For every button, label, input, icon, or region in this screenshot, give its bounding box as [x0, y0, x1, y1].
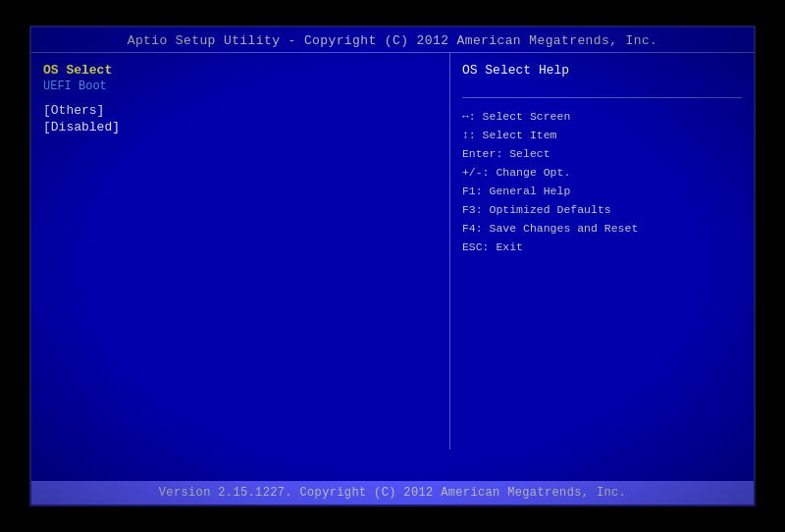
- version-text: Version 2.15.1227. Copyright (C) 2012 Am…: [159, 486, 626, 500]
- key-hint-1: ↕: Select Item: [462, 127, 742, 145]
- key-help: ↔: Select Screen↕: Select ItemEnter: Sel…: [462, 108, 742, 257]
- others-value[interactable]: [Others]: [43, 103, 438, 118]
- key-hint-6: F4: Save Changes and Reset: [462, 220, 742, 239]
- key-hint-4: F1: General Help: [462, 183, 742, 201]
- bottom-bar: Version 2.15.1227. Copyright (C) 2012 Am…: [31, 481, 754, 505]
- os-select-label: OS Select: [43, 63, 438, 78]
- uefi-boot-label: UEFI Boot: [43, 80, 438, 93]
- bios-screen: Aptio Setup Utility - Copyright (C) 2012…: [29, 26, 756, 506]
- key-hint-7: ESC: Exit: [462, 239, 742, 257]
- key-hint-0: ↔: Select Screen: [462, 108, 742, 127]
- title-text: Aptio Setup Utility - Copyright (C) 2012…: [128, 33, 658, 48]
- left-panel: OS Select UEFI Boot [Others] [Disabled]: [31, 53, 450, 450]
- help-title: OS Select Help: [462, 63, 742, 78]
- main-content: OS Select UEFI Boot [Others] [Disabled] …: [31, 53, 754, 450]
- key-hint-2: Enter: Select: [462, 145, 742, 164]
- disabled-value[interactable]: [Disabled]: [43, 120, 438, 134]
- divider-line: [462, 97, 742, 98]
- title-bar: Aptio Setup Utility - Copyright (C) 2012…: [31, 27, 754, 53]
- right-panel: OS Select Help ↔: Select Screen↕: Select…: [450, 53, 754, 450]
- key-hint-5: F3: Optimized Defaults: [462, 201, 742, 220]
- key-hint-3: +/-: Change Opt.: [462, 164, 742, 183]
